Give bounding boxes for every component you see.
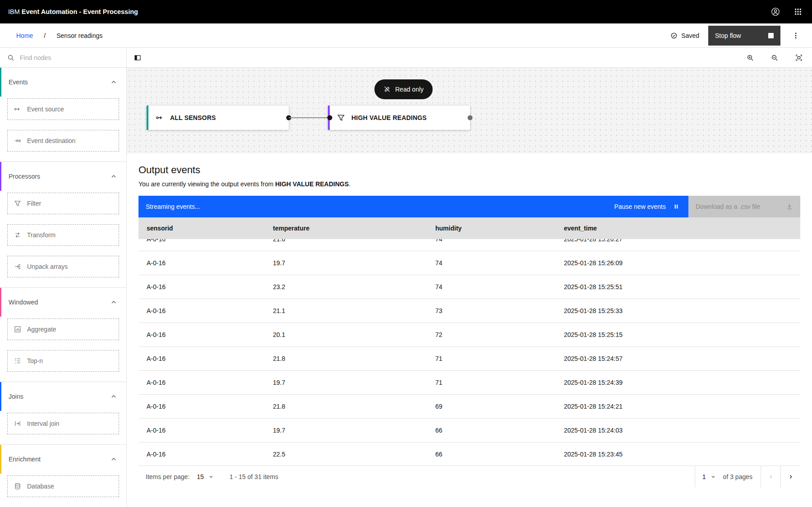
filter-icon bbox=[337, 114, 345, 122]
events-table-scroll-area[interactable]: A-0-16 21.6 74 2025-01-28 15:26:27 A-0-1… bbox=[138, 239, 800, 466]
node-palette: Events Event source Event destination bbox=[0, 48, 127, 507]
flow-actions: Saved Stop flow bbox=[670, 26, 805, 46]
pause-new-events-button[interactable]: Pause new events bbox=[613, 203, 681, 210]
cell-temperature: 21.8 bbox=[265, 355, 427, 362]
palette-section-joins: Joins Interval join bbox=[0, 382, 126, 434]
zoom-controls bbox=[743, 51, 806, 65]
cell-event-time: 2025-01-28 15:24:39 bbox=[556, 379, 800, 386]
next-page-button[interactable] bbox=[780, 466, 800, 487]
zoom-out-button[interactable] bbox=[768, 51, 781, 65]
user-avatar-icon bbox=[771, 7, 780, 16]
cell-sensorid: A-0-16 bbox=[138, 307, 265, 314]
overflow-menu-button[interactable] bbox=[787, 26, 805, 46]
section-header-windowed[interactable]: Windowed bbox=[0, 288, 126, 317]
palette-section-events: Events Event source Event destination bbox=[0, 68, 126, 152]
cell-humidity: 72 bbox=[427, 331, 556, 338]
cell-humidity: 74 bbox=[427, 239, 556, 243]
section-header-joins[interactable]: Joins bbox=[0, 382, 126, 411]
breadcrumb-separator: / bbox=[44, 32, 46, 39]
cell-event-time: 2025-01-28 15:24:03 bbox=[556, 427, 800, 434]
column-header-event-time: event_time bbox=[556, 225, 800, 232]
cell-temperature: 23.2 bbox=[265, 283, 427, 290]
palette-item-event-source[interactable]: Event source bbox=[7, 98, 119, 120]
table-row: A-0-16 21.8 69 2025-01-28 15:24:21 bbox=[138, 395, 800, 419]
streaming-label: Streaming events... bbox=[146, 203, 200, 210]
table-row: A-0-16 21.8 71 2025-01-28 15:24:57 bbox=[138, 347, 800, 371]
app-switcher-button[interactable] bbox=[787, 0, 809, 23]
app-title: IBM Event Automation - Event Processing bbox=[8, 8, 138, 15]
caret-left-icon bbox=[768, 474, 774, 480]
cell-sensorid: A-0-16 bbox=[138, 283, 265, 290]
caret-right-icon bbox=[788, 474, 794, 480]
node-high-value-readings[interactable]: HIGH VALUE READINGS bbox=[328, 106, 470, 130]
cell-temperature: 20.1 bbox=[265, 331, 427, 338]
database-icon bbox=[14, 483, 21, 490]
zoom-in-button[interactable] bbox=[743, 51, 757, 65]
collapse-palette-button[interactable] bbox=[129, 50, 146, 66]
palette-item-aggregate[interactable]: Aggregate bbox=[7, 318, 119, 340]
palette-item-database[interactable]: Database bbox=[7, 475, 119, 497]
top-n-icon bbox=[14, 357, 21, 364]
output-events-subtitle: You are currently viewing the output eve… bbox=[138, 180, 800, 188]
chevron-up-icon bbox=[110, 299, 117, 306]
chevron-up-icon bbox=[110, 456, 117, 463]
palette-item-label: Event source bbox=[27, 106, 64, 113]
chevron-down-icon bbox=[208, 474, 214, 479]
cell-humidity: 74 bbox=[427, 259, 556, 267]
breadcrumb-home-link[interactable]: Home bbox=[16, 32, 33, 39]
palette-item-label: Filter bbox=[27, 200, 41, 207]
flow-toolbar: Home / Sensor readings Saved Stop flow bbox=[0, 23, 812, 48]
edit-off-icon bbox=[383, 86, 391, 93]
app-root: IBM Event Automation - Event Processing … bbox=[0, 0, 812, 507]
section-items: Database bbox=[0, 474, 126, 507]
palette-item-transform[interactable]: Transform bbox=[7, 224, 119, 246]
previous-page-button[interactable] bbox=[761, 466, 780, 487]
section-header-processors[interactable]: Processors bbox=[0, 162, 126, 191]
section-label: Joins bbox=[9, 393, 23, 400]
cell-sensorid: A-0-16 bbox=[138, 331, 265, 338]
cell-event-time: 2025-01-28 15:24:21 bbox=[556, 403, 800, 410]
cell-sensorid: A-0-16 bbox=[138, 239, 265, 243]
page-number-select[interactable]: 1 bbox=[695, 466, 723, 487]
palette-item-label: Transform bbox=[27, 231, 55, 239]
find-nodes-input[interactable] bbox=[20, 54, 119, 61]
cell-sensorid: A-0-16 bbox=[138, 451, 265, 458]
items-per-page-select[interactable]: 15 bbox=[189, 466, 221, 487]
palette-item-unpack-arrays[interactable]: Unpack arrays bbox=[7, 256, 119, 277]
subtitle-period: . bbox=[349, 180, 351, 188]
cell-sensorid: A-0-16 bbox=[138, 379, 265, 386]
stop-flow-label: Stop flow bbox=[715, 32, 741, 39]
workspace: Read only ALL SENSORS HIGH VALUE READING… bbox=[127, 48, 812, 507]
chevron-down-icon bbox=[710, 474, 716, 479]
saved-label: Saved bbox=[681, 32, 699, 39]
palette-item-event-destination[interactable]: Event destination bbox=[7, 130, 119, 152]
chevron-up-icon bbox=[110, 173, 117, 180]
fit-to-screen-button[interactable] bbox=[792, 51, 806, 65]
palette-item-filter[interactable]: Filter bbox=[7, 193, 119, 214]
zoom-in-icon bbox=[747, 54, 754, 61]
stop-icon bbox=[768, 33, 774, 38]
palette-item-label: Top-n bbox=[27, 357, 43, 364]
saved-status: Saved bbox=[670, 32, 699, 39]
event-destination-icon bbox=[14, 137, 21, 144]
palette-item-interval-join[interactable]: Interval join bbox=[7, 413, 119, 434]
section-header-enrichment[interactable]: Enrichment bbox=[0, 445, 126, 474]
section-header-events[interactable]: Events bbox=[0, 68, 126, 97]
user-avatar-button[interactable] bbox=[764, 0, 787, 23]
palette-item-label: Interval join bbox=[27, 420, 60, 427]
cell-humidity: 73 bbox=[427, 307, 556, 314]
table-row: A-0-16 20.1 72 2025-01-28 15:25:15 bbox=[138, 323, 800, 347]
top-header: IBM Event Automation - Event Processing bbox=[0, 0, 812, 23]
section-items: Interval join bbox=[0, 411, 126, 434]
node-all-sensors[interactable]: ALL SENSORS bbox=[147, 106, 289, 130]
cell-sensorid: A-0-16 bbox=[138, 403, 265, 410]
cell-event-time: 2025-01-28 15:25:51 bbox=[556, 283, 800, 290]
palette-section-enrichment: Enrichment Database bbox=[0, 444, 126, 507]
filter-icon bbox=[14, 200, 21, 207]
stop-flow-button[interactable]: Stop flow bbox=[708, 26, 780, 46]
palette-item-top-n[interactable]: Top-n bbox=[7, 350, 119, 372]
download-csv-button[interactable]: Download as a .csv file bbox=[688, 196, 800, 217]
cell-sensorid: A-0-16 bbox=[138, 427, 265, 434]
section-label: Events bbox=[9, 78, 28, 86]
flow-canvas[interactable]: Read only ALL SENSORS HIGH VALUE READING… bbox=[127, 68, 812, 153]
